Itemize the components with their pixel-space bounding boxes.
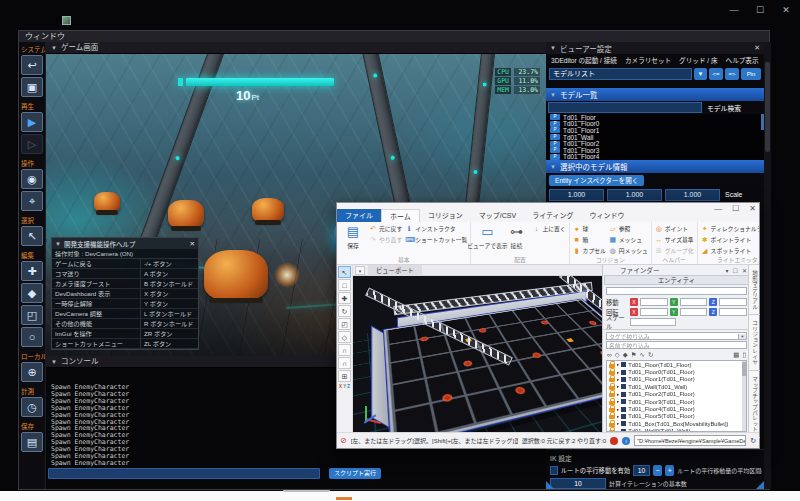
chevron-down-icon[interactable]: ▾ bbox=[726, 267, 729, 274]
menu-grid-floor[interactable]: グリッド / 床 bbox=[679, 55, 717, 65]
panel-scrollbar[interactable] bbox=[764, 42, 771, 489]
model-search-input[interactable] bbox=[548, 102, 702, 113]
ribbon-point-button[interactable]: ◎ポイント bbox=[655, 223, 694, 234]
ribbon-mesh-button[interactable]: ▦メッシュ bbox=[609, 234, 648, 245]
viewport-restore-button[interactable]: ▣ bbox=[21, 77, 43, 97]
tree-item[interactable]: ▸Td01_Floor1(Td01_Floor) bbox=[607, 376, 746, 383]
tab-entity[interactable]: エンティティ bbox=[604, 275, 749, 285]
ribbon-box-button[interactable]: ■箱 bbox=[573, 234, 606, 245]
model-list-header[interactable]: ▼ モデル一覧 bbox=[546, 88, 764, 101]
minimize-icon[interactable]: — bbox=[728, 5, 740, 15]
error-indicator-icon[interactable] bbox=[610, 437, 618, 445]
ribbon-reference-button[interactable]: ▱参照 bbox=[609, 223, 648, 234]
tab-terrain-material[interactable]: 地形マテリアル bbox=[749, 265, 760, 315]
chevron-down-icon[interactable]: ▾ bbox=[355, 266, 365, 275]
scrollbar-thumb[interactable] bbox=[742, 362, 746, 376]
tab-collision-layer[interactable]: コリジョンレイヤ bbox=[749, 315, 760, 371]
close-icon[interactable]: ✕ bbox=[190, 240, 195, 248]
trash-icon[interactable]: ▯ bbox=[742, 351, 746, 359]
ik-value-2[interactable]: 10 bbox=[550, 478, 606, 489]
scrollbar-thumb[interactable] bbox=[765, 62, 770, 152]
ribbon-connect-button[interactable]: ⊶ 接続 bbox=[503, 223, 529, 257]
ribbon-instructor-button[interactable]: ℹインストラクタ bbox=[405, 223, 467, 234]
resize-grip[interactable] bbox=[546, 481, 554, 489]
tab-window[interactable]: ウィンドウ bbox=[582, 209, 633, 222]
tree-item[interactable]: ▸Td01_Floor5(Td01_Floor) bbox=[607, 413, 746, 420]
open-inspector-button[interactable]: Entity インスペクターを開く bbox=[549, 175, 644, 186]
maximize-icon[interactable]: ☐ bbox=[754, 5, 766, 15]
ribbon-sphere-button[interactable]: ●球 bbox=[573, 223, 606, 234]
ik-enable-checkbox[interactable] bbox=[550, 466, 558, 475]
project-path-field[interactable]: "D:¥home¥Bezel¥engine¥Sample¥GameDe... bbox=[634, 435, 746, 446]
prev-button[interactable]: <= bbox=[709, 68, 723, 80]
grid-view-icon[interactable]: ▦ bbox=[733, 351, 739, 359]
entity-marker[interactable] bbox=[540, 320, 550, 325]
refresh-icon[interactable]: ↻ bbox=[750, 437, 756, 445]
entity-marker[interactable] bbox=[514, 386, 526, 395]
dock-icon[interactable]: ☐ bbox=[733, 267, 738, 274]
ribbon-place-on-top-button[interactable]: ↓上に置く bbox=[532, 223, 565, 234]
wave-icon[interactable]: ∿ bbox=[639, 351, 644, 359]
ribbon-save-button[interactable]: ▤ 保存 bbox=[340, 223, 366, 257]
gauge-button[interactable]: ◷ bbox=[21, 397, 43, 417]
ribbon-show-in-viewer-button[interactable]: ▭ ビューアで表示 bbox=[474, 223, 500, 257]
decrement-button[interactable]: − bbox=[653, 465, 662, 476]
tree-item[interactable]: ▸Td01_Wall(Td01_Wall) bbox=[607, 383, 746, 390]
scale-field[interactable] bbox=[630, 318, 676, 326]
select-tool-button[interactable]: ↖ bbox=[21, 226, 43, 246]
increment-button[interactable]: + bbox=[665, 465, 674, 476]
ribbon-point-light-button[interactable]: ✱ポイントライト bbox=[701, 234, 759, 245]
model-info-header[interactable]: ▼ 選択中のモデル情報 bbox=[546, 160, 764, 173]
next-button[interactable]: => bbox=[725, 68, 739, 80]
item-cube[interactable] bbox=[566, 338, 574, 342]
maximize-icon[interactable]: ☐ bbox=[732, 204, 739, 213]
tree-scrollbar[interactable] bbox=[742, 361, 746, 431]
pan-tool-button[interactable]: ◇ bbox=[338, 331, 351, 343]
entity-marker[interactable] bbox=[463, 360, 473, 367]
combo-value[interactable]: モデルリスト bbox=[549, 68, 692, 80]
refresh-icon[interactable]: ↻ bbox=[648, 351, 653, 359]
entity-marker[interactable] bbox=[442, 393, 453, 402]
move-y-field[interactable] bbox=[680, 298, 708, 306]
dev-camera-button[interactable]: ◉ bbox=[21, 169, 43, 189]
select-parent-icon[interactable]: ◇ bbox=[615, 351, 620, 359]
link-icon[interactable]: ∞ bbox=[607, 351, 612, 358]
move-tool-button[interactable]: ✚ bbox=[21, 261, 43, 281]
tab-map-csv[interactable]: マップ/CSV bbox=[471, 209, 524, 222]
console-input[interactable] bbox=[48, 468, 320, 479]
entity-marker[interactable] bbox=[531, 352, 542, 358]
entity-name-field[interactable] bbox=[606, 287, 747, 295]
tree-item[interactable]: ▸Td01_Box(Td01_Box[MovabilityBullet]) bbox=[607, 420, 746, 427]
flag-icon[interactable]: ⚑ bbox=[631, 351, 637, 359]
viewport-tab[interactable]: ビューポート bbox=[368, 265, 422, 276]
menu-camera-reset[interactable]: カメラリセット bbox=[625, 55, 671, 65]
tree-item[interactable]: ▸Td01_Floor2(Td01_Floor) bbox=[607, 391, 746, 398]
ribbon-directional-light-button[interactable]: ✦ディレクショナルライト bbox=[701, 223, 759, 234]
menu-3deditor-launch[interactable]: 3DEditor の起動 / 接続 bbox=[551, 55, 617, 65]
snap-grid-button[interactable]: ⊞ bbox=[338, 370, 351, 382]
tree-item[interactable]: ▸Td01_Floor(Td01_Floor) bbox=[607, 361, 746, 368]
axis-filter-button[interactable]: XYZ bbox=[337, 384, 352, 389]
snap-move-button[interactable]: ∩ bbox=[338, 344, 351, 356]
move-z-field[interactable] bbox=[719, 298, 747, 306]
chevron-down-icon[interactable]: ▼ bbox=[694, 68, 707, 80]
zoom-tool-button[interactable]: ○ bbox=[21, 327, 43, 347]
scale-y[interactable]: 1.000 bbox=[607, 189, 662, 201]
help-title-bar[interactable]: ▼ 開発支援機能操作ヘルプ ✕ bbox=[52, 238, 198, 249]
rotate-z-field[interactable] bbox=[719, 308, 747, 316]
tree-item[interactable]: ▸Td01_Floor3(Td01_Floor) bbox=[607, 398, 746, 405]
tab-file[interactable]: ファイル bbox=[337, 209, 381, 222]
rotate-y-field[interactable] bbox=[680, 308, 708, 316]
step-forward-button[interactable]: ▷ bbox=[21, 134, 43, 154]
entity-marker[interactable] bbox=[420, 336, 429, 342]
close-icon[interactable]: ✕ bbox=[749, 204, 756, 213]
close-icon[interactable]: ✕ bbox=[780, 5, 792, 15]
tree-item[interactable]: ▸Td01_Floor4(Td01_Floor) bbox=[607, 405, 746, 412]
ribbon-undo-button[interactable]: ↶元に戻す bbox=[369, 223, 402, 234]
tab-home[interactable]: ホーム bbox=[381, 209, 420, 222]
entity-marker[interactable] bbox=[588, 321, 598, 326]
close-icon[interactable]: ✕ bbox=[742, 267, 747, 274]
select-child-icon[interactable]: ◆ bbox=[623, 351, 628, 359]
local-axis-button[interactable]: ⊕ bbox=[21, 362, 43, 382]
scale-tool-button[interactable]: ◰ bbox=[338, 318, 351, 330]
